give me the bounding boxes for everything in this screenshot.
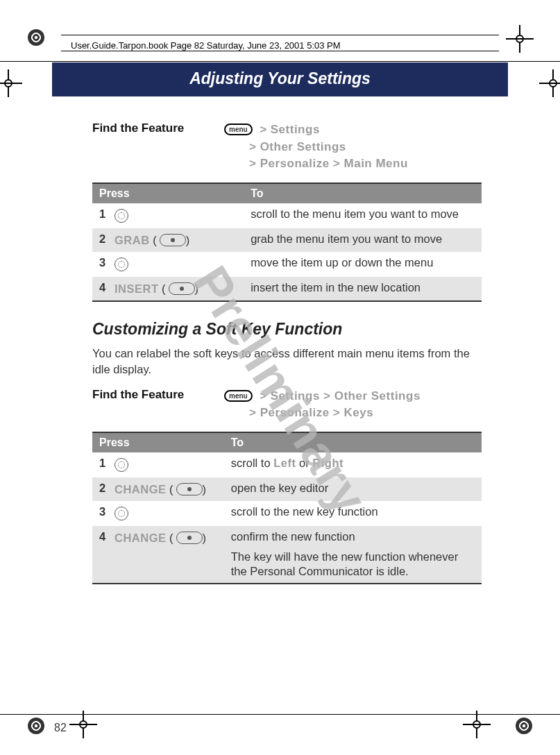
nav-path-line: > Settings	[260, 123, 320, 136]
table-row: 3scroll to the new key function	[92, 501, 482, 526]
crop-corner-icon	[516, 718, 532, 734]
nav-path-line: > Personalize > Main Menu	[249, 157, 408, 170]
step-press: GRAB ()	[108, 228, 244, 252]
find-the-feature-label: Find the Feature	[92, 121, 224, 135]
table-row: 1scroll to the menu item you want to mov…	[92, 203, 482, 228]
step-number: 2	[92, 477, 108, 501]
step-press	[108, 252, 244, 277]
step-number: 3	[92, 501, 108, 526]
soft-key-icon	[169, 282, 195, 295]
hairline	[0, 714, 560, 715]
table-row: 1scroll to Left or Right	[92, 452, 482, 477]
step-number: 2	[92, 228, 108, 252]
menu-button-icon: menu	[224, 390, 253, 402]
step-to: scroll to Left or Right	[224, 452, 482, 477]
step-press	[108, 452, 224, 477]
steps-table: Press To 1scroll to Left or Right2CHANGE…	[92, 432, 482, 585]
crop-cross-icon	[463, 711, 491, 738]
crop-corner-icon	[28, 718, 44, 734]
col-header-to: To	[244, 183, 482, 203]
step-number: 1	[92, 203, 108, 228]
table-row: 4CHANGE ()confirm the new functionThe ke…	[92, 526, 482, 584]
nav-path-line: > Settings > Other Settings	[260, 389, 421, 402]
body-text: You can relabel the soft keys to access …	[92, 346, 482, 378]
step-number: 1	[92, 452, 108, 477]
chapter-bar: Adjusting Your Settings	[52, 62, 508, 96]
nav-key-icon	[114, 458, 128, 472]
step-to: grab the menu item you want to move	[244, 228, 482, 252]
book-header: User.Guide.Tarpon.book Page 82 Saturday,…	[69, 38, 345, 51]
col-header-press: Press	[92, 432, 224, 452]
step-to: confirm the new functionThe key will hav…	[224, 526, 482, 584]
col-header-to: To	[224, 432, 482, 452]
crop-cross-icon	[506, 25, 534, 53]
menu-button-icon: menu	[224, 124, 253, 135]
nav-path-line: > Other Settings	[249, 140, 346, 153]
table-row: 3move the item up or down the menu	[92, 252, 482, 277]
step-to: insert the item in the new location	[244, 277, 482, 301]
hairline	[0, 61, 560, 62]
step-press: CHANGE ()	[108, 477, 224, 501]
step-press	[108, 203, 244, 228]
step-press: CHANGE ()	[108, 526, 224, 584]
nav-key-icon	[114, 507, 128, 520]
section-heading: Customizing a Soft Key Function	[92, 320, 482, 339]
table-row: 2GRAB ()grab the menu item you want to m…	[92, 228, 482, 252]
step-to: scroll to the menu item you want to move	[244, 203, 482, 228]
step-to: move the item up or down the menu	[244, 252, 482, 277]
crop-cross-icon	[69, 711, 97, 738]
find-the-feature: Find the Feature menu > Settings > Other…	[92, 121, 482, 173]
step-number: 4	[92, 277, 108, 301]
table-row: 4INSERT ()insert the item in the new loc…	[92, 277, 482, 301]
table-row: 2CHANGE ()open the key editor	[92, 477, 482, 501]
steps-table: Press To 1scroll to the menu item you wa…	[92, 183, 482, 302]
soft-key-icon	[176, 483, 203, 495]
step-press: INSERT ()	[108, 277, 244, 301]
step-to: open the key editor	[224, 477, 482, 501]
crop-corner-icon	[28, 29, 44, 46]
col-header-press: Press	[92, 183, 244, 203]
nav-path-line: > Personalize > Keys	[249, 406, 373, 419]
nav-key-icon	[114, 257, 128, 271]
step-to: scroll to the new key function	[224, 501, 482, 526]
crop-cross-icon	[0, 69, 22, 97]
page-number: 82	[54, 722, 67, 734]
step-press	[108, 501, 224, 526]
soft-key-icon	[176, 532, 203, 544]
find-the-feature-label: Find the Feature	[92, 388, 224, 402]
crop-cross-icon	[539, 69, 560, 97]
step-number: 3	[92, 252, 108, 277]
soft-key-icon	[160, 234, 186, 246]
step-number: 4	[92, 526, 108, 584]
find-the-feature: Find the Feature menu > Settings > Other…	[92, 388, 482, 422]
nav-key-icon	[114, 209, 128, 223]
